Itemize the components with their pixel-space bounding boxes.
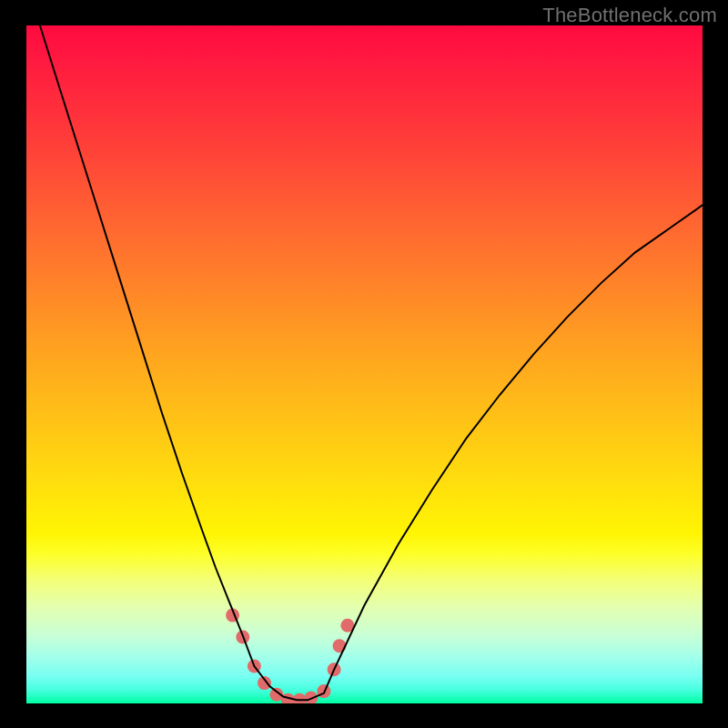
watermark-text: TheBottleneck.com: [542, 4, 717, 27]
chart-svg: [26, 25, 703, 703]
plot-area: [26, 25, 703, 703]
outer-black-frame: TheBottleneck.com: [0, 0, 728, 728]
highlight-dot: [333, 639, 347, 652]
bottleneck-curve-path: [40, 25, 703, 700]
highlight-dots-group: [226, 609, 354, 703]
